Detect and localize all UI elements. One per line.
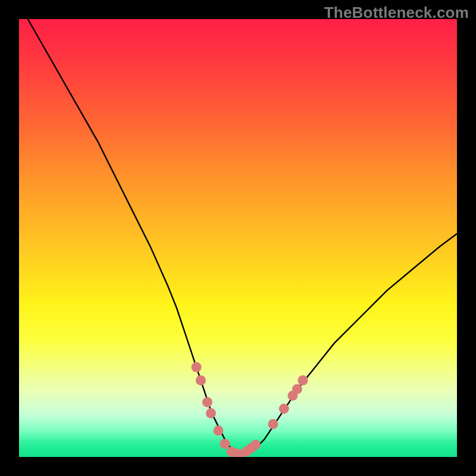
plot-area bbox=[19, 19, 457, 457]
curve-marker bbox=[298, 375, 308, 386]
curve-marker bbox=[279, 404, 289, 414]
curve-marker bbox=[220, 439, 230, 449]
bottleneck-curve bbox=[28, 19, 457, 455]
curve-layer bbox=[19, 19, 457, 457]
curve-marker bbox=[268, 419, 278, 429]
curve-marker bbox=[292, 384, 302, 394]
curve-marker bbox=[202, 397, 212, 408]
curve-marker bbox=[206, 408, 216, 418]
curve-marker bbox=[213, 425, 223, 436]
watermark-text: TheBottleneck.com bbox=[324, 4, 469, 22]
curve-markers bbox=[192, 362, 308, 457]
curve-marker bbox=[196, 375, 206, 386]
curve-marker bbox=[192, 362, 202, 372]
chart-frame: TheBottleneck.com bbox=[0, 0, 476, 476]
curve-marker bbox=[250, 440, 261, 450]
